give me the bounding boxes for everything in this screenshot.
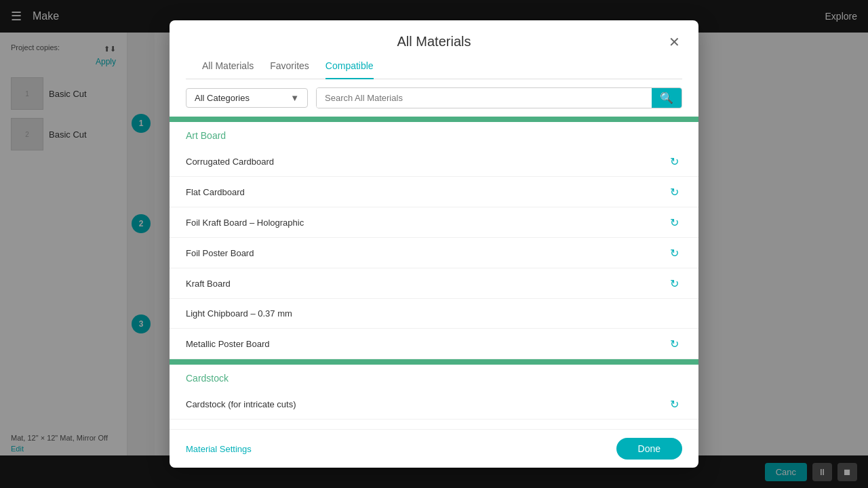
modal-toolbar: All Categories ▼ 🔍 (170, 79, 698, 117)
category-dropdown-label: All Categories (195, 93, 250, 103)
refresh-icon[interactable]: ↻ (666, 214, 682, 230)
material-item-kraft-board[interactable]: Kraft Board ↻ (170, 268, 698, 299)
material-item-corrugated-cardboard[interactable]: Corrugated Cardboard ↻ (170, 146, 698, 177)
category-section-cardstock: Cardstock Cardstock (for intricate cuts)… (170, 359, 698, 429)
material-settings-link[interactable]: Material Settings (186, 444, 252, 454)
refresh-icon[interactable]: ↻ (666, 336, 682, 352)
modal-close-button[interactable]: ✕ (663, 31, 685, 53)
refresh-icon[interactable]: ↻ (666, 275, 682, 291)
chevron-down-icon: ▼ (290, 93, 299, 103)
material-item-cardstock-intricate[interactable]: Cardstock (for intricate cuts) ↻ (170, 389, 698, 420)
modal-footer: Material Settings Done (170, 429, 698, 468)
material-item-foil-poster[interactable]: Foil Poster Board ↻ (170, 238, 698, 268)
search-icon: 🔍 (660, 92, 673, 104)
refresh-icon[interactable]: ↻ (666, 396, 682, 412)
refresh-icon[interactable]: ↻ (666, 153, 682, 169)
refresh-icon[interactable]: ↻ (666, 184, 682, 200)
material-item-metallic-poster[interactable]: Metallic Poster Board ↻ (170, 329, 698, 359)
material-item-foil-kraft[interactable]: Foil Kraft Board – Holographic ↻ (170, 207, 698, 238)
search-button[interactable]: 🔍 (652, 88, 682, 108)
done-button[interactable]: Done (616, 438, 682, 460)
modal-header: All Materials ✕ All Materials Favorites … (170, 20, 698, 79)
search-bar: 🔍 (316, 87, 682, 108)
material-item-light-chipboard[interactable]: Light Chipboard – 0.37 mm (170, 299, 698, 329)
category-label-cardstock: Cardstock (170, 365, 698, 389)
category-label-artboard: Art Board (170, 122, 698, 146)
search-input[interactable] (317, 88, 652, 108)
category-header-cardstock (170, 359, 698, 365)
material-item-glitter-cardstock[interactable]: Glitter Cardstock ↻ (170, 420, 698, 429)
material-item-flat-cardboard[interactable]: Flat Cardboard ↻ (170, 177, 698, 207)
modal-body[interactable]: Art Board Corrugated Cardboard ↻ Flat Ca… (170, 117, 698, 429)
category-section-artboard: Art Board Corrugated Cardboard ↻ Flat Ca… (170, 117, 698, 359)
tab-favorites[interactable]: Favorites (270, 60, 309, 79)
modal-tabs: All Materials Favorites Compatible (186, 60, 682, 79)
category-dropdown[interactable]: All Categories ▼ (186, 88, 308, 108)
tab-all-materials[interactable]: All Materials (202, 60, 254, 79)
category-header-artboard (170, 117, 698, 122)
modal-title: All Materials (186, 34, 682, 49)
materials-modal: All Materials ✕ All Materials Favorites … (170, 20, 698, 468)
refresh-icon[interactable]: ↻ (666, 245, 682, 261)
tab-compatible[interactable]: Compatible (326, 60, 374, 79)
